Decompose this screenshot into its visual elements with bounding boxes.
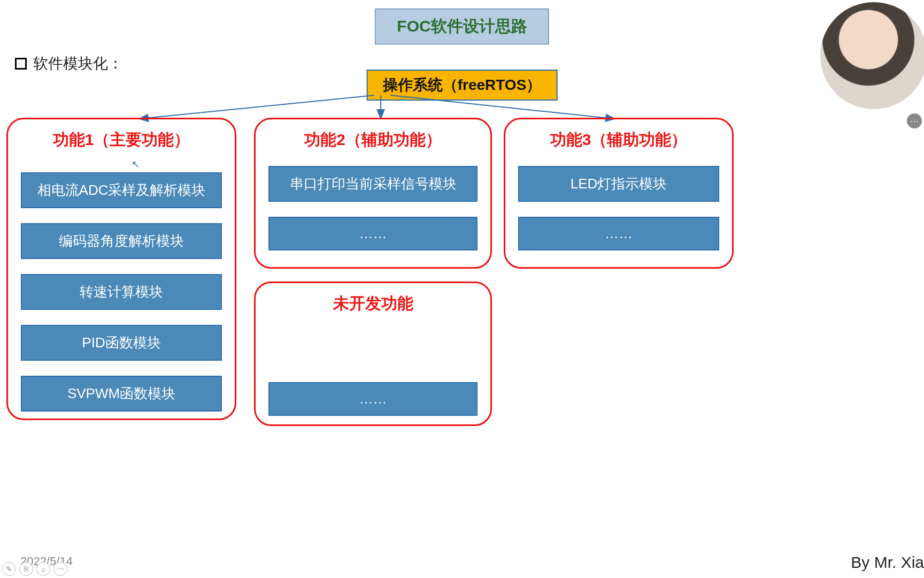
group-title: 功能3（辅助功能） xyxy=(518,129,719,151)
section-header: 软件模块化： xyxy=(15,54,123,74)
zoom-tool-button[interactable]: ⌕ xyxy=(36,562,50,576)
page-title: FOC软件设计思路 xyxy=(375,9,549,44)
pen-tool-button[interactable]: ✎ xyxy=(2,562,16,576)
footer-author: By Mr. Xia xyxy=(851,553,924,572)
os-box: 操作系统（freeRTOS） xyxy=(367,70,558,101)
module-box: 编码器角度解析模块 xyxy=(21,223,222,259)
module-box: …… xyxy=(268,217,478,250)
module-box: …… xyxy=(518,217,719,250)
group-title: 功能1（主要功能） xyxy=(21,129,222,151)
group-function-1: 功能1（主要功能） 相电流ADC采样及解析模块 编码器角度解析模块 转速计算模块… xyxy=(6,118,236,420)
group-function-3: 功能3（辅助功能） LED灯指示模块 …… xyxy=(504,118,734,269)
module-box: 相电流ADC采样及解析模块 xyxy=(21,172,222,208)
module-box: LED灯指示模块 xyxy=(518,166,719,202)
group-title: 未开发功能 xyxy=(268,293,478,315)
webcam-overlay xyxy=(820,2,924,109)
module-box: SVPWM函数模块 xyxy=(21,376,222,412)
bullet-icon xyxy=(15,58,27,70)
section-label: 软件模块化： xyxy=(33,54,123,74)
module-box: 转速计算模块 xyxy=(21,274,222,310)
module-box: PID函数模块 xyxy=(21,325,222,361)
menu-tool-button[interactable]: ⋯ xyxy=(53,562,67,576)
group-function-2: 功能2（辅助功能） 串口打印当前采样信号模块 …… xyxy=(254,118,492,269)
group-undeveloped: 未开发功能 …… xyxy=(254,282,492,426)
presentation-toolbar: ✎ ⎘ ⌕ ⋯ xyxy=(2,562,67,576)
more-icon[interactable]: ⋯ xyxy=(907,113,922,128)
group-title: 功能2（辅助功能） xyxy=(268,129,478,151)
copy-tool-button[interactable]: ⎘ xyxy=(19,562,33,576)
module-box: 串口打印当前采样信号模块 xyxy=(268,166,478,202)
svg-line-0 xyxy=(139,95,374,119)
module-box: …… xyxy=(268,382,478,416)
